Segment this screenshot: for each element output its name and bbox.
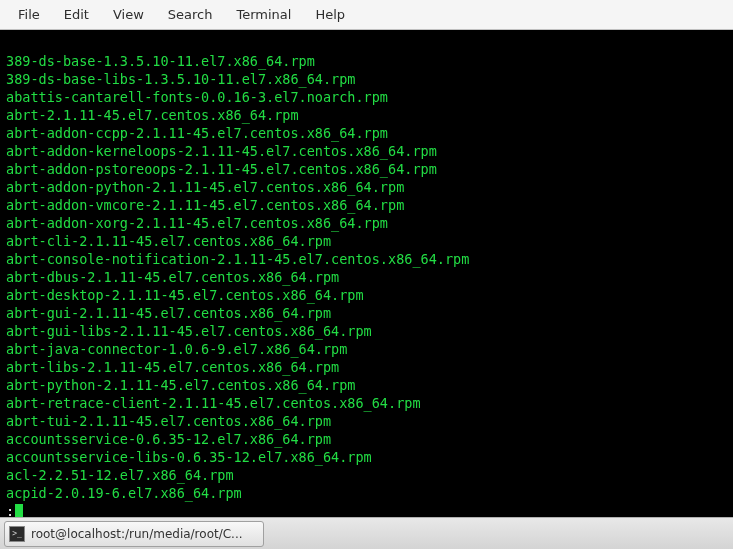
terminal-line: abrt-2.1.11-45.el7.centos.x86_64.rpm: [6, 106, 727, 124]
terminal-line: accountsservice-0.6.35-12.el7.x86_64.rpm: [6, 430, 727, 448]
terminal-line: abrt-addon-ccpp-2.1.11-45.el7.centos.x86…: [6, 124, 727, 142]
terminal-line: abrt-java-connector-1.0.6-9.el7.x86_64.r…: [6, 340, 727, 358]
terminal-line: 389-ds-base-libs-1.3.5.10-11.el7.x86_64.…: [6, 70, 727, 88]
terminal-line: abrt-addon-python-2.1.11-45.el7.centos.x…: [6, 178, 727, 196]
pager-prompt: :: [6, 502, 14, 517]
terminal-line: abrt-tui-2.1.11-45.el7.centos.x86_64.rpm: [6, 412, 727, 430]
terminal-line: abrt-addon-xorg-2.1.11-45.el7.centos.x86…: [6, 214, 727, 232]
cursor: [15, 504, 23, 517]
terminal-line: abrt-console-notification-2.1.11-45.el7.…: [6, 250, 727, 268]
terminal-line: abrt-cli-2.1.11-45.el7.centos.x86_64.rpm: [6, 232, 727, 250]
terminal-line: abrt-dbus-2.1.11-45.el7.centos.x86_64.rp…: [6, 268, 727, 286]
terminal-line: acpid-2.0.19-6.el7.x86_64.rpm: [6, 484, 727, 502]
terminal-line: abrt-addon-vmcore-2.1.11-45.el7.centos.x…: [6, 196, 727, 214]
terminal-line: abrt-python-2.1.11-45.el7.centos.x86_64.…: [6, 376, 727, 394]
taskbar: >_ root@localhost:/run/media/root/C...: [0, 517, 733, 549]
menu-search[interactable]: Search: [156, 3, 225, 26]
terminal-line: abrt-desktop-2.1.11-45.el7.centos.x86_64…: [6, 286, 727, 304]
menu-view[interactable]: View: [101, 3, 156, 26]
terminal-line: abrt-addon-kerneloops-2.1.11-45.el7.cent…: [6, 142, 727, 160]
terminal-line: abrt-gui-2.1.11-45.el7.centos.x86_64.rpm: [6, 304, 727, 322]
terminal-line: accountsservice-libs-0.6.35-12.el7.x86_6…: [6, 448, 727, 466]
menu-edit[interactable]: Edit: [52, 3, 101, 26]
menu-file[interactable]: File: [6, 3, 52, 26]
terminal-line: abrt-retrace-client-2.1.11-45.el7.centos…: [6, 394, 727, 412]
terminal-line: abrt-libs-2.1.11-45.el7.centos.x86_64.rp…: [6, 358, 727, 376]
terminal-line: abrt-addon-pstoreoops-2.1.11-45.el7.cent…: [6, 160, 727, 178]
terminal-icon: >_: [9, 526, 25, 542]
terminal-line: abattis-cantarell-fonts-0.0.16-3.el7.noa…: [6, 88, 727, 106]
menubar: File Edit View Search Terminal Help: [0, 0, 733, 30]
terminal-line: 389-ds-base-1.3.5.10-11.el7.x86_64.rpm: [6, 52, 727, 70]
terminal-line: abrt-gui-libs-2.1.11-45.el7.centos.x86_6…: [6, 322, 727, 340]
terminal-line: acl-2.2.51-12.el7.x86_64.rpm: [6, 466, 727, 484]
taskbar-window-button[interactable]: >_ root@localhost:/run/media/root/C...: [4, 521, 264, 547]
taskbar-window-label: root@localhost:/run/media/root/C...: [31, 527, 243, 541]
menu-terminal[interactable]: Terminal: [224, 3, 303, 26]
terminal-output[interactable]: 389-ds-base-1.3.5.10-11.el7.x86_64.rpm38…: [0, 30, 733, 517]
menu-help[interactable]: Help: [303, 3, 357, 26]
